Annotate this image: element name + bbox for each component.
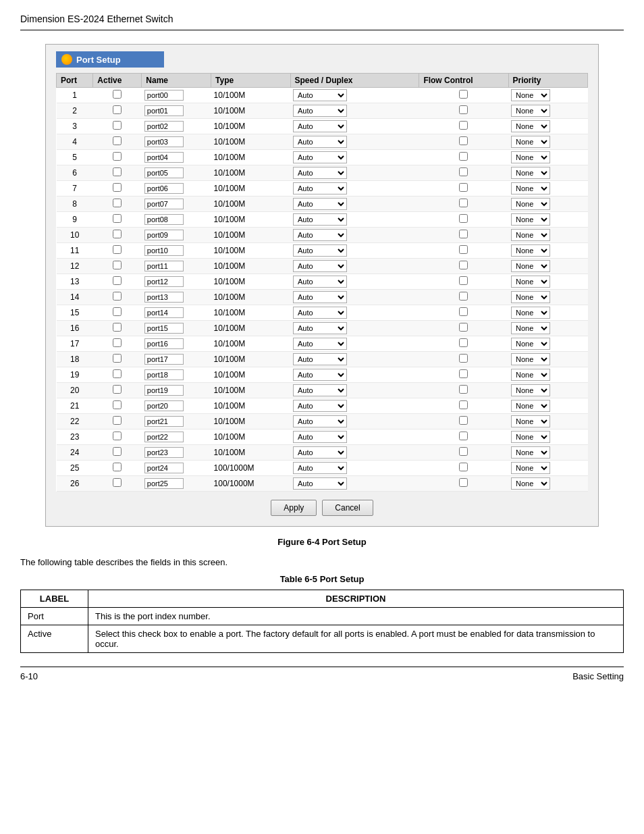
priority-select[interactable]: None [511,307,550,319]
speed-select[interactable]: Auto [293,89,347,101]
name-input[interactable] [144,167,184,178]
active-checkbox[interactable] [113,121,122,130]
active-checkbox[interactable] [113,463,122,471]
name-input[interactable] [144,199,184,209]
active-checkbox[interactable] [113,199,122,207]
active-checkbox[interactable] [113,432,122,440]
flow-control-checkbox[interactable] [459,478,468,487]
active-checkbox[interactable] [113,90,122,99]
speed-select[interactable]: Auto [293,322,347,334]
name-input[interactable] [144,121,184,132]
flow-control-checkbox[interactable] [459,167,468,176]
active-checkbox[interactable] [113,447,122,456]
name-input[interactable] [144,447,184,458]
priority-select[interactable]: None [511,182,550,194]
priority-select[interactable]: None [511,198,550,210]
priority-select[interactable]: None [511,213,550,226]
flow-control-checkbox[interactable] [459,400,468,409]
cancel-button[interactable]: Cancel [322,500,373,516]
name-input[interactable] [144,261,184,271]
priority-select[interactable]: None [511,105,550,117]
active-checkbox[interactable] [113,323,122,332]
priority-select[interactable]: None [511,260,550,272]
priority-select[interactable]: None [511,446,550,459]
speed-select[interactable]: Auto [293,182,347,194]
flow-control-checkbox[interactable] [459,292,468,301]
flow-control-checkbox[interactable] [459,369,468,378]
name-input[interactable] [144,183,184,194]
name-input[interactable] [144,463,184,473]
active-checkbox[interactable] [113,385,122,394]
flow-control-checkbox[interactable] [459,136,468,145]
speed-select[interactable]: Auto [293,369,347,381]
speed-select[interactable]: Auto [293,400,347,412]
priority-select[interactable]: None [511,384,550,396]
name-input[interactable] [144,478,184,489]
active-checkbox[interactable] [113,400,122,409]
priority-select[interactable]: None [511,462,550,474]
priority-select[interactable]: None [511,291,550,303]
speed-select[interactable]: Auto [293,415,347,427]
flow-control-checkbox[interactable] [459,199,468,207]
flow-control-checkbox[interactable] [459,323,468,332]
flow-control-checkbox[interactable] [459,152,468,161]
speed-select[interactable]: Auto [293,120,347,132]
active-checkbox[interactable] [113,105,122,114]
priority-select[interactable]: None [511,276,550,288]
name-input[interactable] [144,369,184,380]
flow-control-checkbox[interactable] [459,416,468,425]
priority-select[interactable]: None [511,120,550,132]
flow-control-checkbox[interactable] [459,307,468,316]
name-input[interactable] [144,307,184,318]
active-checkbox[interactable] [113,276,122,285]
name-input[interactable] [144,354,184,365]
name-input[interactable] [144,214,184,225]
speed-select[interactable]: Auto [293,213,347,226]
active-checkbox[interactable] [113,152,122,161]
priority-select[interactable]: None [511,322,550,334]
speed-select[interactable]: Auto [293,276,347,288]
priority-select[interactable]: None [511,151,550,163]
name-input[interactable] [144,245,184,256]
flow-control-checkbox[interactable] [459,245,468,254]
speed-select[interactable]: Auto [293,244,347,257]
speed-select[interactable]: Auto [293,353,347,365]
flow-control-checkbox[interactable] [459,385,468,394]
active-checkbox[interactable] [113,292,122,301]
flow-control-checkbox[interactable] [459,261,468,269]
active-checkbox[interactable] [113,416,122,425]
name-input[interactable] [144,323,184,334]
speed-select[interactable]: Auto [293,229,347,241]
flow-control-checkbox[interactable] [459,90,468,99]
priority-select[interactable]: None [511,400,550,412]
priority-select[interactable]: None [511,167,550,179]
flow-control-checkbox[interactable] [459,105,468,114]
priority-select[interactable]: None [511,415,550,427]
flow-control-checkbox[interactable] [459,354,468,363]
speed-select[interactable]: Auto [293,477,347,490]
flow-control-checkbox[interactable] [459,183,468,192]
speed-select[interactable]: Auto [293,384,347,396]
speed-select[interactable]: Auto [293,291,347,303]
speed-select[interactable]: Auto [293,136,347,148]
flow-control-checkbox[interactable] [459,214,468,223]
flow-control-checkbox[interactable] [459,121,468,130]
name-input[interactable] [144,90,184,101]
active-checkbox[interactable] [113,230,122,238]
priority-select[interactable]: None [511,89,550,101]
active-checkbox[interactable] [113,307,122,316]
flow-control-checkbox[interactable] [459,447,468,456]
priority-select[interactable]: None [511,136,550,148]
active-checkbox[interactable] [113,214,122,223]
speed-select[interactable]: Auto [293,462,347,474]
name-input[interactable] [144,432,184,442]
speed-select[interactable]: Auto [293,431,347,443]
name-input[interactable] [144,400,184,411]
name-input[interactable] [144,338,184,349]
speed-select[interactable]: Auto [293,307,347,319]
priority-select[interactable]: None [511,431,550,443]
speed-select[interactable]: Auto [293,167,347,179]
speed-select[interactable]: Auto [293,105,347,117]
flow-control-checkbox[interactable] [459,432,468,440]
priority-select[interactable]: None [511,229,550,241]
